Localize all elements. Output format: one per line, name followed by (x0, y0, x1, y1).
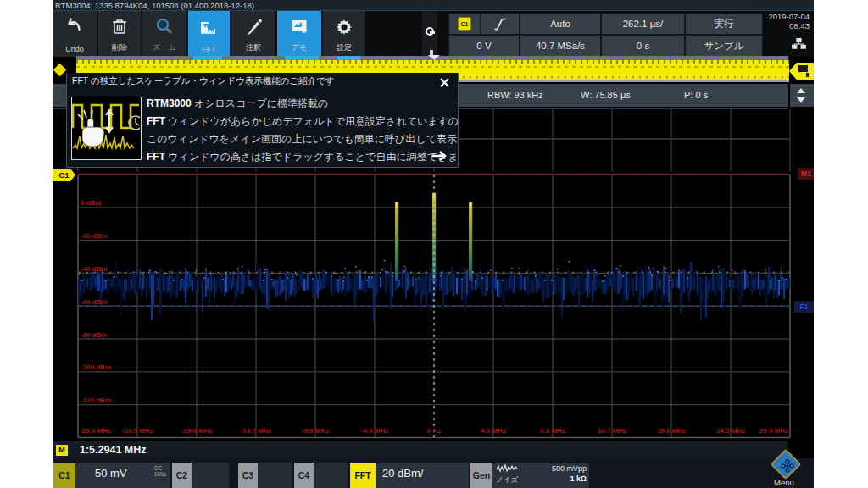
svg-text:19.6 MHz: 19.6 MHz (657, 427, 686, 435)
svg-text:-100 dBm: -100 dBm (81, 363, 111, 371)
svg-text:-120 dBm: -120 dBm (81, 396, 111, 404)
svg-text:-9.8 MHz: -9.8 MHz (302, 427, 329, 435)
svg-text:0 Hz: 0 Hz (427, 427, 441, 435)
svg-text:14.7 MHz: 14.7 MHz (598, 427, 626, 435)
svg-text:-19.6 MHz: -19.6 MHz (181, 427, 213, 435)
svg-text:-14.7 MHz: -14.7 MHz (241, 427, 272, 435)
svg-text:4.9 MHz: 4.9 MHz (481, 427, 506, 435)
svg-text:-4.9 MHz: -4.9 MHz (361, 427, 388, 435)
svg-text:0 dBm: 0 dBm (81, 199, 101, 207)
svg-text:24.5 MHz: 24.5 MHz (716, 427, 745, 435)
svg-text:-29.4 MHz: -29.4 MHz (80, 427, 111, 435)
svg-text:-60 dBm: -60 dBm (81, 298, 108, 306)
svg-text:9.8 MHz: 9.8 MHz (540, 427, 565, 435)
svg-text:-20 dBm: -20 dBm (81, 232, 108, 240)
svg-text:-24.5 MHz: -24.5 MHz (122, 427, 153, 435)
svg-text:29.4 MHz: 29.4 MHz (760, 427, 788, 435)
svg-text:-80 dBm: -80 dBm (81, 331, 108, 339)
svg-text:-40 dBm: -40 dBm (81, 265, 108, 273)
